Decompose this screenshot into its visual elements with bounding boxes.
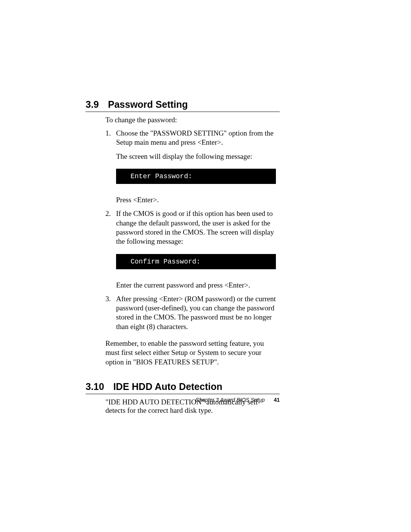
section-title: Password Setting <box>108 99 188 110</box>
section-rule <box>86 112 280 112</box>
list-item: 1. Choose the "PASSWORD SETTING" option … <box>105 129 280 147</box>
list-item: 2. If the CMOS is good or if this option… <box>105 209 280 246</box>
section-password-setting: 3.9 Password Setting To change the passw… <box>86 99 280 367</box>
section-title: IDE HDD Auto Detection <box>113 381 223 392</box>
section-heading-3-9: 3.9 Password Setting <box>86 99 280 110</box>
footer-chapter: Chapter 3 Award BIOS Setup <box>195 397 264 403</box>
section-number: 3.10 <box>86 381 104 392</box>
list-item: 3. After pressing <Enter> (ROM password)… <box>105 294 280 331</box>
terminal-enter-password: Enter Password: <box>116 169 276 184</box>
list-text: Choose the "PASSWORD SETTING" option fro… <box>116 129 280 147</box>
list-number: 3. <box>105 294 116 331</box>
section-rule <box>86 394 280 394</box>
list-number: 2. <box>105 209 116 246</box>
intro-paragraph: To change the password: <box>105 116 280 124</box>
footer-page-number: 41 <box>274 397 280 403</box>
outro-paragraph: Remember, to enable the password setting… <box>105 339 280 367</box>
list-subtext: Press <Enter>. <box>116 195 280 204</box>
list-text: If the CMOS is good or if this option ha… <box>116 209 280 246</box>
list-text: After pressing <Enter> (ROM password) or… <box>116 294 280 331</box>
terminal-confirm-password: Confirm Password: <box>116 254 276 269</box>
list-subtext: Enter the current password and press <En… <box>116 281 280 290</box>
list-number: 1. <box>105 129 116 147</box>
page-footer: Chapter 3 Award BIOS Setup 41 <box>195 397 280 403</box>
section-heading-3-10: 3.10 IDE HDD Auto Detection <box>86 381 280 392</box>
list-subtext: The screen will display the following me… <box>116 152 280 161</box>
section-number: 3.9 <box>86 99 99 110</box>
